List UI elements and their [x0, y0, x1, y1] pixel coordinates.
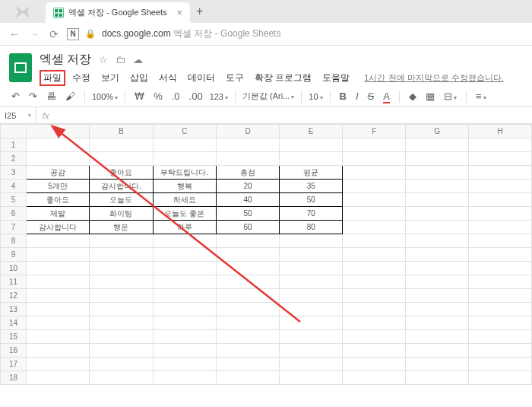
cell[interactable]	[406, 221, 469, 234]
cell[interactable]: 하세요	[153, 193, 216, 207]
cell[interactable]	[406, 289, 469, 303]
document-title[interactable]: 엑셀 저장	[40, 52, 91, 68]
cell[interactable]	[406, 152, 469, 166]
cell[interactable]	[216, 152, 279, 166]
cell[interactable]	[280, 330, 343, 344]
cell[interactable]	[280, 316, 343, 330]
cell[interactable]	[280, 358, 343, 371]
menu-help[interactable]: 도움말	[318, 70, 353, 86]
cell[interactable]: 제발	[27, 207, 90, 221]
cell[interactable]	[406, 330, 469, 344]
cell[interactable]	[27, 234, 90, 248]
row-header[interactable]: 17	[1, 358, 27, 371]
cell[interactable]: 50	[216, 207, 279, 221]
cell[interactable]	[406, 316, 469, 330]
cell[interactable]	[153, 330, 216, 344]
cell[interactable]: 화이팅	[90, 207, 153, 221]
cell[interactable]	[469, 207, 532, 221]
cell[interactable]: 행복	[153, 180, 216, 193]
cell[interactable]	[90, 358, 153, 371]
increase-decimal-button[interactable]: .00	[187, 89, 205, 103]
cell[interactable]: 오늘도 좋은	[153, 207, 216, 221]
cell[interactable]	[469, 330, 532, 344]
cell[interactable]	[406, 166, 469, 180]
cell[interactable]	[469, 138, 532, 152]
cell[interactable]	[90, 344, 153, 358]
menu-data[interactable]: 데이터	[184, 70, 219, 86]
cell[interactable]	[469, 316, 532, 330]
cell[interactable]	[406, 180, 469, 193]
cell[interactable]	[343, 262, 406, 275]
row-header[interactable]: 5	[1, 193, 27, 207]
menu-edit[interactable]: 수정	[68, 70, 94, 86]
merge-button[interactable]: ⊟	[442, 89, 459, 103]
print-button[interactable]: 🖶	[44, 89, 59, 103]
cell[interactable]: 40	[216, 193, 279, 207]
cell[interactable]	[343, 207, 406, 221]
row-header[interactable]: 9	[1, 248, 27, 262]
cell[interactable]	[343, 303, 406, 316]
fill-color-button[interactable]: ◆	[407, 89, 419, 103]
cell[interactable]	[406, 303, 469, 316]
cell[interactable]	[27, 303, 90, 316]
cell[interactable]	[406, 234, 469, 248]
cell[interactable]	[469, 275, 532, 289]
row-header[interactable]: 6	[1, 207, 27, 221]
row-header[interactable]: 13	[1, 303, 27, 316]
cell[interactable]: 오늘도	[90, 193, 153, 207]
cell[interactable]	[27, 330, 90, 344]
cell[interactable]	[153, 275, 216, 289]
cell[interactable]	[469, 344, 532, 358]
cell[interactable]	[216, 316, 279, 330]
cell[interactable]	[153, 358, 216, 371]
cell[interactable]	[90, 275, 153, 289]
row-header[interactable]: 18	[1, 371, 27, 385]
cell[interactable]	[90, 248, 153, 262]
cell[interactable]	[469, 248, 532, 262]
cell[interactable]	[343, 221, 406, 234]
column-header[interactable]: A	[27, 125, 90, 138]
cell[interactable]	[90, 303, 153, 316]
align-button[interactable]: ≡	[473, 89, 489, 103]
reload-button[interactable]: ⟳	[47, 28, 61, 40]
cell[interactable]	[27, 344, 90, 358]
cell[interactable]	[406, 138, 469, 152]
cell[interactable]: 좋아요	[90, 166, 153, 180]
cell[interactable]	[280, 152, 343, 166]
cell[interactable]	[280, 262, 343, 275]
borders-button[interactable]: ▦	[423, 89, 437, 103]
undo-button[interactable]: ↶	[9, 89, 22, 103]
cell[interactable]	[27, 138, 90, 152]
cell[interactable]: 부탁드립니다.	[153, 166, 216, 180]
paint-format-button[interactable]: 🖌	[63, 89, 78, 103]
row-header[interactable]: 15	[1, 330, 27, 344]
cell[interactable]: 하루	[153, 221, 216, 234]
cell[interactable]	[153, 234, 216, 248]
row-header[interactable]: 2	[1, 152, 27, 166]
cell[interactable]	[90, 289, 153, 303]
cell[interactable]	[280, 138, 343, 152]
cell[interactable]	[343, 358, 406, 371]
cell[interactable]	[280, 303, 343, 316]
cell[interactable]	[153, 248, 216, 262]
cell[interactable]: 행운	[90, 221, 153, 234]
cell[interactable]: 50	[280, 193, 343, 207]
cell[interactable]	[469, 289, 532, 303]
strikethrough-button[interactable]: S	[366, 89, 377, 103]
row-header[interactable]: 12	[1, 289, 27, 303]
cell[interactable]	[343, 152, 406, 166]
cell[interactable]	[90, 316, 153, 330]
url-text[interactable]: docs.google.com 엑셀 저장 - Google Sheets	[102, 27, 280, 40]
cell[interactable]	[153, 138, 216, 152]
cell[interactable]: 공감	[27, 166, 90, 180]
browser-tab[interactable]: 엑셀 저장 - Google Sheets ×	[46, 2, 190, 23]
text-color-button[interactable]: A	[381, 89, 392, 103]
select-all-corner[interactable]	[1, 125, 27, 138]
cell[interactable]	[343, 180, 406, 193]
row-header[interactable]: 16	[1, 344, 27, 358]
cell[interactable]: 감사합니다.	[90, 180, 153, 193]
decrease-decimal-button[interactable]: .0	[169, 89, 182, 103]
cell[interactable]	[406, 193, 469, 207]
cell[interactable]: 60	[216, 221, 279, 234]
star-icon[interactable]: ☆	[99, 54, 108, 65]
